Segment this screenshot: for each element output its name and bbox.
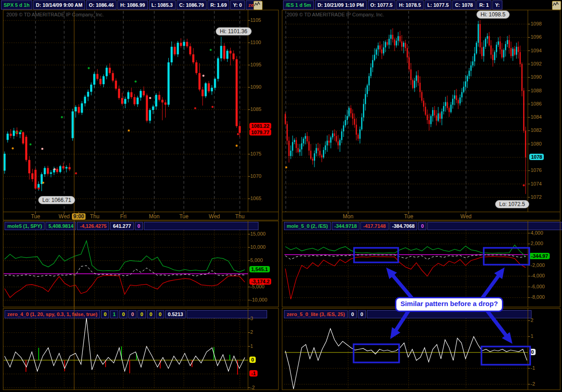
annotation-arrow	[393, 309, 410, 335]
trading-platform-window: SPX 5 d 1hD: 10/14/09 9:00 AMO: 1086.46H…	[0, 0, 562, 392]
annotation-arrow	[486, 309, 510, 340]
annotation-note: Similar pattern before a drop?	[395, 297, 503, 312]
pattern-highlight-box	[354, 344, 399, 362]
annotation-arrow	[482, 271, 502, 298]
annotation-layer	[0, 0, 562, 392]
annotation-arrow	[389, 271, 412, 298]
pattern-highlight-box	[481, 347, 530, 365]
pattern-highlight-box	[484, 248, 529, 265]
pattern-highlight-box	[354, 248, 398, 262]
